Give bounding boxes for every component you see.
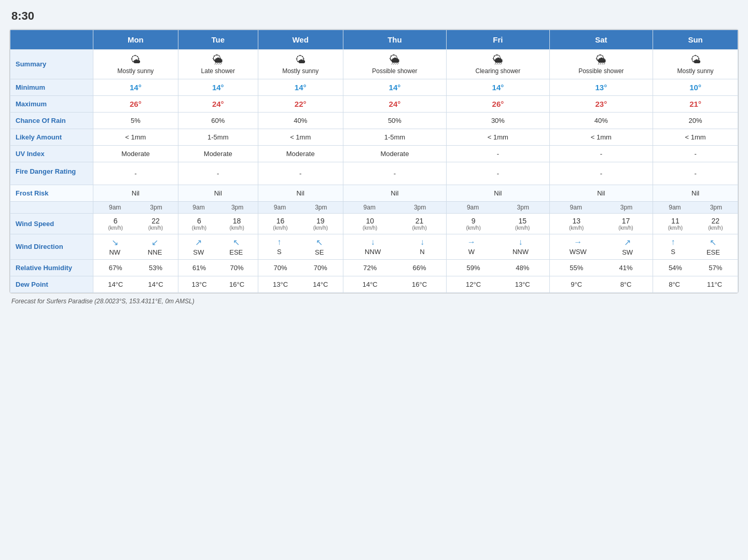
rain-chance-cell-1: 60%	[178, 112, 258, 129]
dew-point-row: Dew Point 14°C 14°C 13°C 16°C 13°C 14°C …	[10, 276, 738, 292]
uv-index-cell-1: Moderate	[178, 145, 258, 162]
uv-index-cell-5: -	[549, 145, 653, 162]
wind-dir-text-3pm-3: N	[420, 248, 424, 256]
likely-amount-cell-0: < 1mm	[93, 129, 178, 145]
rh-3pm-4: 48%	[516, 264, 529, 272]
wind-dir-text-9am-1: SW	[193, 248, 204, 256]
max-cell-6: 21°	[653, 95, 738, 112]
rain-chance-cell-0: 5%	[93, 112, 178, 129]
wind-dir-text-3pm-5: SW	[622, 248, 633, 256]
frost-risk-cell-0: Nil	[93, 185, 178, 201]
wind-dir-text-3pm-4: NNW	[512, 248, 529, 256]
wind-dir-text-9am-4: W	[467, 248, 476, 256]
wind-speed-9am-6: 11	[668, 217, 683, 225]
wind-speed-9am-4: 9	[466, 217, 480, 225]
wind-speed-unit-3pm-6: (km/h)	[708, 225, 723, 231]
minimum-row: Minimum14°14°14°14°14°13°10°	[10, 79, 738, 95]
fire-danger-cell-6: -	[653, 162, 738, 185]
weather-icon-0: 🌤	[130, 53, 141, 66]
min-cell-3: 14°	[343, 79, 447, 95]
wind-speed-9am-1: 6	[192, 217, 206, 225]
max-cell-5: 23°	[549, 95, 653, 112]
wind-speed-3pm-4: 15	[515, 217, 530, 225]
dew-point-cell-6: 8°C 11°C	[653, 276, 738, 292]
wind-speed-unit-3pm-5: (km/h)	[618, 225, 633, 231]
wind-dir-icon-9am-0: ↘	[109, 237, 120, 247]
wind-dir-text-9am-6: S	[671, 248, 675, 256]
frost-risk-cell-1: Nil	[178, 185, 258, 201]
wind-speed-unit-9am-2: (km/h)	[273, 225, 287, 231]
summary-cell-0: 🌤 Mostly sunny	[93, 50, 178, 79]
dp-3pm-6: 11°C	[707, 281, 722, 288]
wind-speed-unit-3pm-4: (km/h)	[515, 225, 530, 231]
summary-label: Summary	[10, 50, 93, 79]
wind-speed-unit-9am-4: (km/h)	[466, 225, 480, 231]
wind-speed-unit-9am-3: (km/h)	[363, 225, 377, 231]
max-cell-3: 24°	[343, 95, 447, 112]
minimum-label: Minimum	[10, 79, 93, 95]
dew-point-cell-0: 14°C 14°C	[93, 276, 178, 292]
dp-3pm-3: 16°C	[412, 281, 427, 288]
frost-risk-row: Frost RiskNilNilNilNilNilNilNil	[10, 185, 738, 201]
dew-point-cell-2: 13°C 14°C	[258, 276, 343, 292]
summary-cell-3: 🌦 Possible shower	[343, 50, 447, 79]
wind-speed-3pm-6: 22	[708, 217, 723, 225]
max-cell-4: 26°	[447, 95, 549, 112]
header-fri: Fri	[447, 30, 549, 50]
relative-humidity-cell-6: 54% 57%	[653, 259, 738, 276]
summary-text-4: Clearing shower	[476, 67, 521, 76]
wind-dir-text-3pm-1: ESE	[229, 248, 243, 256]
wind-dir-icon-9am-4: →	[467, 237, 476, 247]
wind-speed-unit-9am-1: (km/h)	[192, 225, 206, 231]
likely-amount-cell-6: < 1mm	[653, 129, 738, 145]
rh-9am-5: 55%	[570, 264, 583, 272]
relative-humidity-row: Relative Humidity 67% 53% 61% 70% 70% 70…	[10, 259, 738, 276]
fire-danger-cell-3: -	[343, 162, 447, 185]
wind-dir-icon-3pm-2: ↖	[315, 237, 324, 247]
wind-dir-icon-3pm-6: ↖	[707, 237, 720, 247]
summary-text-6: Mostly sunny	[677, 67, 714, 76]
fire-danger-label: Fire Danger Rating	[10, 162, 93, 185]
rain-chance-cell-2: 40%	[258, 112, 343, 129]
wind-speed-row: Wind Speed 6 (km/h) 22 (km/h) 6 (km/h) 1…	[10, 213, 738, 234]
frost-risk-cell-6: Nil	[653, 185, 738, 201]
max-cell-2: 22°	[258, 95, 343, 112]
sub-header-9am-6: 9am3pm	[653, 201, 738, 213]
rh-3pm-0: 53%	[149, 264, 162, 272]
wind-speed-cell-2: 16 (km/h) 19 (km/h)	[258, 213, 343, 234]
rh-3pm-6: 57%	[709, 264, 722, 272]
summary-cell-1: 🌦 Late shower	[178, 50, 258, 79]
wind-speed-cell-4: 9 (km/h) 15 (km/h)	[447, 213, 549, 234]
fire-danger-cell-2: -	[258, 162, 343, 185]
max-cell-0: 26°	[93, 95, 178, 112]
header-sun: Sun	[653, 30, 738, 50]
uv-index-cell-3: Moderate	[343, 145, 447, 162]
weather-icon-6: 🌤	[690, 53, 701, 66]
wind-direction-row: Wind Direction ↘ NW ↙ NNE ↗ SW ↖ ESE	[10, 234, 738, 259]
wind-dir-icon-9am-3: ↓	[365, 237, 381, 247]
weather-icon-2: 🌤	[295, 53, 306, 66]
max-cell-1: 24°	[178, 95, 258, 112]
wind-speed-9am-3: 10	[363, 217, 377, 225]
dp-3pm-2: 14°C	[313, 281, 328, 288]
wind-speed-cell-6: 11 (km/h) 22 (km/h)	[653, 213, 738, 234]
rh-3pm-1: 70%	[230, 264, 244, 272]
time-display: 8:30	[5, 5, 743, 29]
rain-chance-row: Chance Of Rain5%60%40%50%30%40%20%	[10, 112, 738, 129]
uv-index-cell-6: -	[653, 145, 738, 162]
header-thu: Thu	[343, 30, 447, 50]
frost-risk-label: Frost Risk	[10, 185, 93, 201]
uv-index-cell-4: -	[447, 145, 549, 162]
dp-9am-3: 14°C	[363, 281, 378, 288]
wind-speed-unit-3pm-2: (km/h)	[313, 225, 328, 231]
weather-table: Mon Tue Wed Thu Fri Sat Sun Summary 🌤 Mo…	[10, 30, 738, 293]
sub-header-9am-3: 9am3pm	[343, 201, 447, 213]
frost-risk-cell-4: Nil	[447, 185, 549, 201]
fire-danger-row: Fire Danger Rating-------	[10, 162, 738, 185]
uv-index-cell-2: Moderate	[258, 145, 343, 162]
wind-direction-label: Wind Direction	[10, 234, 93, 259]
empty-header-cell	[10, 30, 93, 50]
wind-dir-text-3pm-0: NNE	[148, 248, 162, 256]
likely-amount-cell-1: 1-5mm	[178, 129, 258, 145]
dp-9am-1: 13°C	[191, 281, 206, 288]
